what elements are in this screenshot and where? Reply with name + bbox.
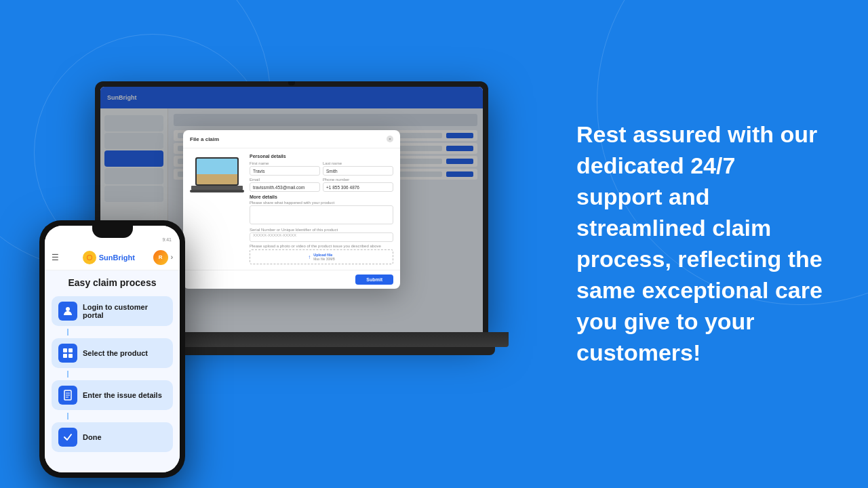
description-textarea[interactable] [250, 205, 393, 224]
first-name-label: First name [250, 161, 320, 165]
phone-content: Easy claim process Login to customer por… [45, 270, 180, 462]
phone-outer: 9:41 ☰ SunBright R › [39, 220, 185, 478]
svg-point-6 [87, 256, 92, 260]
app-logo-text: SunBright [99, 253, 135, 262]
svg-rect-11 [68, 354, 73, 358]
last-name-group: Last name Smith [323, 161, 393, 176]
svg-rect-10 [63, 354, 67, 358]
modal-title: File a claim [190, 136, 219, 142]
laptop-notch [288, 81, 295, 85]
more-details-title: More details [250, 195, 393, 199]
upload-size-text: Max file 30MB [313, 257, 335, 261]
serial-input[interactable]: XXXXX-XXXXX-XXXXX [250, 232, 393, 242]
description-label: Please share what happened with your pro… [250, 201, 393, 205]
last-name-label: Last name [323, 161, 393, 165]
check-icon [58, 428, 77, 447]
step-connector [67, 371, 68, 378]
document-icon [58, 386, 77, 405]
phone-label: Phone number [323, 178, 393, 182]
serial-label: Serial Number or Unique Identifier of th… [250, 228, 393, 232]
phone-logo: SunBright [64, 251, 153, 264]
user-avatar[interactable]: R [153, 250, 168, 265]
personal-details-title: Personal details [250, 154, 393, 159]
svg-rect-3 [191, 186, 243, 190]
product-image [190, 154, 244, 201]
left-section: SunBright [0, 0, 515, 488]
step-connector [67, 329, 68, 336]
last-name-input[interactable]: Smith [323, 166, 393, 176]
email-group: Email travissmith.453@mail.com [250, 178, 320, 192]
phone-topbar: ☰ SunBright R › [45, 245, 180, 270]
modal-footer: Submit [183, 270, 400, 289]
submit-button[interactable]: Submit [355, 274, 393, 285]
svg-rect-9 [68, 348, 73, 352]
phone-input[interactable]: +1 855 306 4876 [323, 182, 393, 192]
step-select-product: Select the product [52, 338, 173, 368]
upload-icon: ↑ [308, 254, 311, 260]
upload-text: Upload file Max file 30MB [313, 253, 335, 261]
svg-point-7 [66, 307, 70, 311]
step-done: Done [52, 422, 173, 452]
email-input[interactable]: travissmith.453@mail.com [250, 182, 320, 192]
step-done-label: Done [83, 433, 102, 441]
step-connector [67, 413, 68, 420]
step-login: Login to customer portal [52, 296, 173, 326]
section-title: Easy claim process [52, 277, 173, 288]
first-name-group: First name Travis [250, 161, 320, 176]
email-label: Email [250, 178, 320, 182]
modal-body: Personal details First name Travis Last … [183, 148, 400, 270]
svg-rect-4 [190, 190, 244, 192]
step-issue-details: Enter the issue details [52, 380, 173, 410]
svg-rect-2 [197, 159, 237, 184]
modal-header: File a claim × [183, 130, 400, 148]
phone-group: Phone number +1 855 306 4876 [323, 178, 393, 192]
phone-notch [92, 226, 133, 238]
menu-icon[interactable]: ☰ [52, 253, 59, 262]
right-section: Rest assured with our dedicated 24/7 sup… [536, 0, 868, 488]
close-button[interactable]: × [387, 136, 393, 142]
chevron-down-icon: › [171, 253, 173, 261]
first-name-input[interactable]: Travis [250, 166, 320, 176]
tagline-text: Rest assured with our dedicated 24/7 sup… [576, 119, 827, 368]
name-row: First name Travis Last name Smith [250, 161, 393, 176]
contact-row: Email travissmith.453@mail.com Phone num… [250, 178, 393, 192]
phone-screen: 9:41 ☰ SunBright R › [45, 226, 180, 472]
login-icon [58, 302, 77, 321]
step-issue-details-label: Enter the issue details [83, 391, 162, 399]
product-icon [58, 344, 77, 363]
sun-icon [83, 251, 96, 264]
upload-area[interactable]: ↑ Upload file Max file 30MB [250, 249, 393, 264]
claim-form: Personal details First name Travis Last … [250, 154, 393, 264]
phone-bottom-area [45, 462, 180, 472]
upload-label: Please upload a photo or video of the pr… [250, 244, 393, 248]
step-login-label: Login to customer portal [83, 303, 166, 319]
svg-rect-8 [63, 348, 67, 352]
step-select-product-label: Select the product [83, 349, 148, 357]
claim-modal: File a claim × [183, 130, 400, 289]
phone-device: 9:41 ☰ SunBright R › [39, 220, 185, 478]
